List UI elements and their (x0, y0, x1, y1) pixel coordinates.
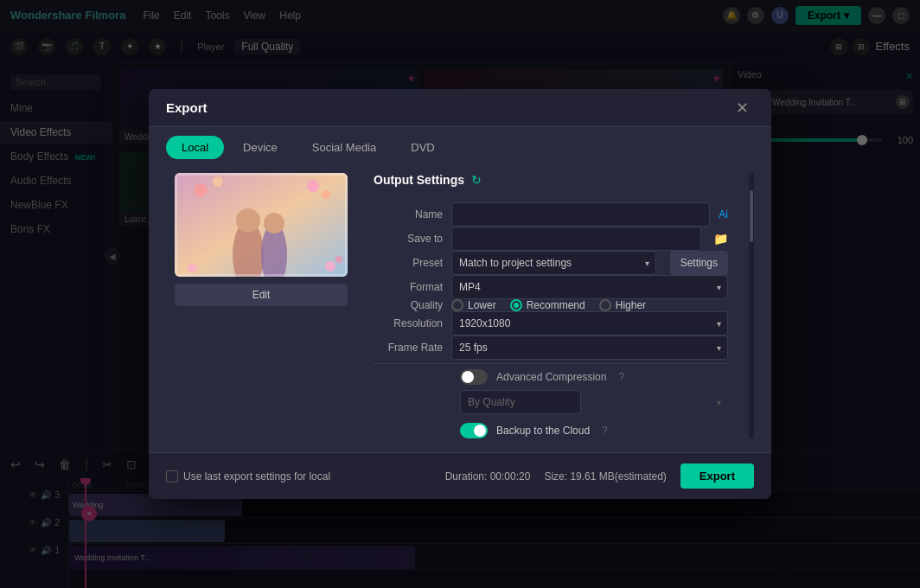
by-quality-row: By Quality ▾ (374, 390, 728, 414)
quality-lower-radio[interactable] (451, 299, 463, 311)
save-to-row: Save to 📁 (374, 227, 728, 251)
frame-rate-select[interactable]: 25 fps (451, 336, 728, 360)
quality-lower-label: Lower (468, 299, 496, 311)
radio-dot (514, 303, 519, 308)
tab-social-media[interactable]: Social Media (297, 136, 392, 159)
preset-select[interactable]: Match to project settings (451, 251, 656, 275)
backup-toggle-knob (474, 425, 486, 437)
advanced-compression-help-icon[interactable]: ? (618, 371, 624, 383)
refresh-icon[interactable]: ↻ (471, 173, 482, 187)
edit-button[interactable]: Edit (175, 284, 348, 306)
name-row: Name Ai (374, 202, 728, 227)
last-settings-checkbox[interactable] (166, 470, 178, 483)
advanced-compression-row: Advanced Compression ? (374, 369, 728, 385)
quality-lower-option[interactable]: Lower (451, 299, 496, 311)
checkbox-label: Use last export settings for local (183, 470, 330, 483)
quality-radio-group: Lower Recommend Hi (451, 299, 646, 311)
footer-right: Duration: 00:00:20 Size: 19.61 MB(estima… (445, 463, 754, 489)
modal-close-button[interactable]: ✕ (731, 99, 754, 118)
name-label: Name (374, 208, 443, 220)
svg-point-8 (264, 213, 284, 233)
backup-cloud-label: Backup to the Cloud (496, 425, 590, 437)
frame-rate-select-wrapper: 25 fps ▾ (451, 336, 728, 360)
svg-point-9 (188, 264, 196, 272)
svg-point-2 (213, 176, 223, 187)
folder-icon[interactable]: 📁 (713, 232, 728, 246)
export-modal: Export ✕ Local Device Social Media DVD (149, 89, 771, 499)
scroll-thumb (750, 190, 753, 242)
preset-label: Preset (374, 257, 443, 269)
svg-point-1 (194, 183, 208, 197)
settings-panel: Output Settings ↻ Name Ai Save to (374, 173, 732, 438)
scroll-indicator[interactable] (749, 173, 754, 438)
preset-row: Preset Match to project settings ▾ Setti… (374, 251, 728, 275)
quality-higher-label: Higher (616, 299, 646, 311)
quality-label: Quality (374, 299, 443, 311)
backup-cloud-toggle[interactable] (460, 423, 488, 438)
quality-higher-option[interactable]: Higher (599, 299, 646, 311)
advanced-compression-toggle[interactable] (460, 369, 488, 385)
toggle-knob (462, 371, 474, 383)
svg-point-6 (236, 208, 260, 233)
size-text: Size: 19.61 MB(estimated) (544, 470, 666, 483)
ai-icon[interactable]: Ai (719, 208, 728, 220)
modal-overlay: Export ✕ Local Device Social Media DVD (0, 0, 920, 588)
modal-footer: Use last export settings for local Durat… (149, 452, 771, 499)
divider-1 (374, 363, 728, 364)
quality-higher-radio[interactable] (599, 299, 611, 311)
tab-device[interactable]: Device (227, 136, 293, 159)
quality-recommend-radio[interactable] (510, 299, 522, 311)
resolution-row: Resolution 1920x1080 ▾ (374, 311, 728, 336)
quality-recommend-label: Recommend (527, 299, 585, 311)
resolution-select[interactable]: 1920x1080 (451, 311, 728, 336)
tab-local[interactable]: Local (166, 136, 224, 159)
save-to-input[interactable] (451, 227, 701, 251)
format-select-wrapper: MP4 ▾ (451, 275, 728, 299)
by-quality-wrapper: By Quality ▾ (460, 390, 728, 414)
by-quality-select[interactable]: By Quality (460, 390, 581, 414)
name-input[interactable] (451, 202, 710, 227)
modal-title: Export (166, 100, 208, 115)
modal-body: Edit Output Settings ↻ Name Ai (149, 159, 771, 452)
preview-panel: Edit (166, 173, 356, 438)
modal-header: Export ✕ (149, 89, 771, 127)
frame-rate-row: Frame Rate 25 fps ▾ (374, 336, 728, 360)
format-select[interactable]: MP4 (451, 275, 728, 299)
format-row: Format MP4 ▾ (374, 275, 728, 299)
export-button-modal[interactable]: Export (680, 463, 754, 489)
settings-button[interactable]: Settings (670, 251, 728, 275)
preview-image (175, 173, 348, 277)
export-tab-row: Local Device Social Media DVD (149, 127, 771, 159)
format-label: Format (374, 281, 443, 293)
preset-select-wrapper: Match to project settings ▾ (451, 251, 656, 275)
duration-text: Duration: 00:00:20 (445, 470, 531, 483)
quality-row: Quality Lower Recomm (374, 299, 728, 311)
checkbox-row: Use last export settings for local (166, 470, 330, 483)
svg-point-10 (325, 261, 335, 272)
tab-dvd[interactable]: DVD (395, 136, 450, 159)
by-quality-chevron-icon: ▾ (717, 398, 721, 407)
backup-cloud-help-icon[interactable]: ? (602, 425, 608, 437)
resolution-select-wrapper: 1920x1080 ▾ (451, 311, 728, 336)
frame-rate-label: Frame Rate (374, 342, 443, 354)
svg-point-4 (322, 190, 330, 199)
save-to-label: Save to (374, 233, 443, 245)
app-background: Wondershare Filmora File Edit Tools View… (0, 0, 920, 588)
output-settings-label: Output Settings (374, 173, 464, 187)
settings-scroll-area: Name Ai Save to 📁 Preset (374, 202, 732, 438)
resolution-label: Resolution (374, 317, 443, 329)
svg-point-3 (307, 180, 319, 192)
preview-image-inner (175, 173, 348, 277)
svg-point-11 (335, 256, 342, 263)
advanced-compression-label: Advanced Compression (496, 371, 606, 383)
quality-recommend-option[interactable]: Recommend (510, 299, 585, 311)
preview-image-svg (175, 173, 348, 277)
backup-cloud-row: Backup to the Cloud ? (374, 423, 728, 438)
output-settings-header: Output Settings ↻ (374, 173, 732, 187)
